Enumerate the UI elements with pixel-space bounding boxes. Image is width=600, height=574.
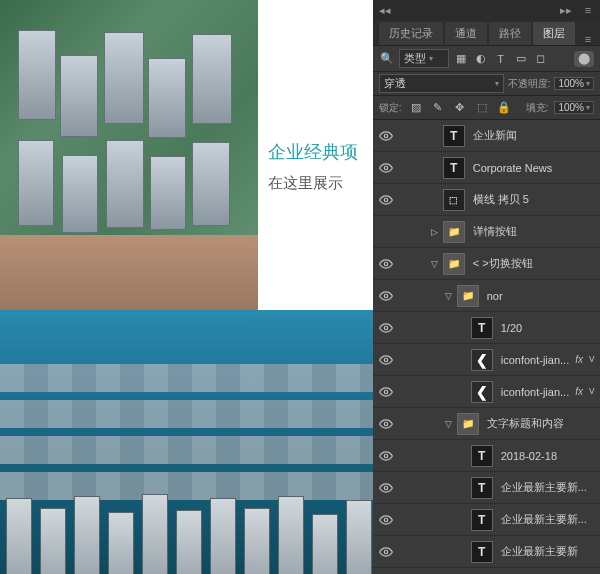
svg-point-7 — [384, 390, 388, 394]
visibility-eye-icon[interactable] — [377, 191, 395, 209]
filter-smart-icon[interactable]: ◻ — [533, 51, 549, 67]
lock-pixels-icon[interactable]: ▨ — [408, 100, 424, 116]
panel-menu-icon[interactable]: ≡ — [582, 4, 594, 16]
tab-history[interactable]: 历史记录 — [379, 22, 443, 45]
smart-object-thumb: ⬚ — [443, 189, 465, 211]
layer-name[interactable]: iconfont-jian... — [495, 354, 569, 366]
fill-value-stepper[interactable]: 100% ▾ — [554, 101, 594, 114]
chevron-down-icon: ▾ — [586, 103, 590, 112]
svg-point-3 — [384, 262, 388, 266]
visibility-eye-icon[interactable] — [377, 223, 395, 241]
layer-row[interactable]: T1/20 — [373, 312, 600, 344]
filter-type-dropdown[interactable]: 类型 ▾ — [399, 49, 449, 68]
layer-name[interactable]: 横线 拷贝 5 — [467, 192, 596, 207]
layer-name[interactable]: 企业最新主要新... — [495, 480, 596, 495]
layer-row[interactable]: T企业最新主要新... — [373, 504, 600, 536]
layer-row[interactable]: T企业新闻 — [373, 120, 600, 152]
panel-tabs: 历史记录 通道 路径 图层 ≡ — [373, 20, 600, 46]
svg-point-9 — [384, 454, 388, 458]
layer-row[interactable]: T2018-02-18 — [373, 440, 600, 472]
fx-disclosure-icon[interactable]: ᐯ — [589, 355, 596, 364]
filter-shape-icon[interactable]: ▭ — [513, 51, 529, 67]
visibility-eye-icon[interactable] — [377, 127, 395, 145]
folder-icon: 📁 — [457, 413, 479, 435]
layer-name[interactable]: 企业最新主要新... — [495, 512, 596, 527]
layer-name[interactable]: 详情按钮 — [467, 224, 596, 239]
layer-row[interactable]: T企业最新主要新 — [373, 536, 600, 568]
fx-badge[interactable]: fx — [571, 354, 587, 365]
visibility-eye-icon[interactable] — [377, 287, 395, 305]
folder-icon: 📁 — [457, 285, 479, 307]
disclosure-triangle-icon[interactable]: ▽ — [443, 419, 455, 429]
filter-image-icon[interactable]: ▦ — [453, 51, 469, 67]
fx-badge[interactable]: fx — [571, 386, 587, 397]
layer-row[interactable]: ▽📁文字标题和内容 — [373, 408, 600, 440]
layer-row[interactable]: ❮iconfont-jian...fxᐯ — [373, 344, 600, 376]
layer-name[interactable]: < >切换按钮 — [467, 256, 596, 271]
opacity-value-stepper[interactable]: 100% ▾ — [554, 77, 594, 90]
blend-mode-dropdown[interactable]: 穿透 ▾ — [379, 74, 504, 93]
layer-name[interactable]: 企业新闻 — [467, 128, 596, 143]
lock-artboard-icon[interactable]: ⬚ — [474, 100, 490, 116]
visibility-eye-icon[interactable] — [377, 543, 395, 561]
svg-point-1 — [384, 166, 388, 170]
buildings-image-bottom — [0, 310, 373, 574]
layer-name[interactable]: 文字标题和内容 — [481, 416, 596, 431]
panel-arrows-icon[interactable]: ▸▸ — [560, 4, 572, 16]
canvas-text-block: 企业经典项 在这里展示 — [268, 140, 358, 193]
visibility-eye-icon[interactable] — [377, 255, 395, 273]
visibility-eye-icon[interactable] — [377, 351, 395, 369]
layer-name[interactable]: iconfont-jian... — [495, 386, 569, 398]
filter-type-label: 类型 — [404, 51, 426, 66]
layer-name[interactable]: 2018-02-18 — [495, 450, 596, 462]
chevron-down-icon: ▾ — [429, 54, 433, 63]
panels-sidebar: ◂◂ ▸▸ ≡ 历史记录 通道 路径 图层 ≡ 🔍 类型 ▾ ▦ ◐ T ▭ ◻… — [373, 0, 600, 574]
panel-left-arrows-icon[interactable]: ◂◂ — [379, 4, 391, 16]
disclosure-triangle-icon[interactable]: ▽ — [443, 291, 455, 301]
layer-name[interactable]: 企业最新主要新 — [495, 544, 596, 559]
tab-channels[interactable]: 通道 — [445, 22, 487, 45]
layers-list[interactable]: T企业新闻TCorporate News⬚横线 拷贝 5▷📁详情按钮▽📁< >切… — [373, 120, 600, 574]
disclosure-triangle-icon[interactable]: ▽ — [429, 259, 441, 269]
canvas-upper: 企业经典项 在这里展示 — [0, 0, 373, 310]
text-layer-thumb: T — [443, 125, 465, 147]
lock-brush-icon[interactable]: ✎ — [430, 100, 446, 116]
lock-all-icon[interactable]: 🔒 — [496, 100, 512, 116]
layer-row[interactable]: ▽📁< >切换按钮 — [373, 248, 600, 280]
layer-row[interactable]: ⬚横线 拷贝 5 — [373, 184, 600, 216]
svg-point-2 — [384, 198, 388, 202]
layer-row[interactable]: T企业最新主要新... — [373, 472, 600, 504]
filter-search-icon[interactable]: 🔍 — [379, 51, 395, 67]
layer-row[interactable]: ❮iconfont-jian...fxᐯ — [373, 376, 600, 408]
svg-point-12 — [384, 550, 388, 554]
tab-layers[interactable]: 图层 — [533, 22, 575, 45]
headline-1: 企业经典项 — [268, 140, 358, 164]
visibility-eye-icon[interactable] — [377, 415, 395, 433]
text-layer-thumb: T — [471, 541, 493, 563]
layer-row[interactable]: ▽📁nor — [373, 280, 600, 312]
visibility-eye-icon[interactable] — [377, 511, 395, 529]
visibility-eye-icon[interactable] — [377, 479, 395, 497]
tabs-menu-icon[interactable]: ≡ — [582, 33, 594, 45]
disclosure-triangle-icon[interactable]: ▷ — [429, 227, 441, 237]
filter-adjust-icon[interactable]: ◐ — [473, 51, 489, 67]
fill-label: 填充: — [526, 101, 549, 115]
visibility-eye-icon[interactable] — [377, 447, 395, 465]
layer-row[interactable]: ▷📁详情按钮 — [373, 216, 600, 248]
svg-point-0 — [384, 134, 388, 138]
visibility-eye-icon[interactable] — [377, 159, 395, 177]
layer-name[interactable]: nor — [481, 290, 596, 302]
headline-2: 在这里展示 — [268, 174, 358, 193]
document-canvas[interactable]: 企业经典项 在这里展示 — [0, 0, 373, 574]
filter-text-icon[interactable]: T — [493, 51, 509, 67]
tab-paths[interactable]: 路径 — [489, 22, 531, 45]
blend-mode-value: 穿透 — [384, 76, 406, 91]
layer-name[interactable]: Corporate News — [467, 162, 596, 174]
filter-toggle-icon[interactable]: ⬤ — [574, 51, 594, 67]
layer-row[interactable]: TCorporate News — [373, 152, 600, 184]
layer-name[interactable]: 1/20 — [495, 322, 596, 334]
fx-disclosure-icon[interactable]: ᐯ — [589, 387, 596, 396]
visibility-eye-icon[interactable] — [377, 319, 395, 337]
visibility-eye-icon[interactable] — [377, 383, 395, 401]
lock-position-icon[interactable]: ✥ — [452, 100, 468, 116]
